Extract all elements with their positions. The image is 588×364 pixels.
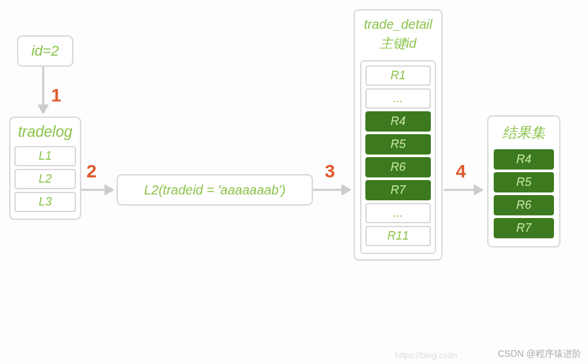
td-row-hl: R6 xyxy=(365,157,431,177)
trade-detail-box: trade_detail 主键id R1 ... R4 R5 R6 R7 ...… xyxy=(354,9,443,261)
svg-marker-3 xyxy=(105,185,114,195)
step-4-label: 4 xyxy=(456,161,466,182)
id-box: id=2 xyxy=(17,35,73,67)
td-row: ... xyxy=(365,88,431,109)
watermark-faint: https://blog.csdn xyxy=(395,350,457,360)
td-row-hl: R5 xyxy=(365,134,431,155)
step-2-label: 2 xyxy=(86,161,97,182)
step-3-label: 3 xyxy=(325,161,335,182)
result-row: R7 xyxy=(494,218,554,238)
tradelog-row: L2 xyxy=(14,169,76,189)
svg-marker-1 xyxy=(38,105,48,114)
tradelog-row: L1 xyxy=(14,146,76,166)
result-row: R4 xyxy=(494,149,554,170)
td-row-hl: R7 xyxy=(365,180,431,200)
td-row: R11 xyxy=(365,226,431,246)
result-row: R6 xyxy=(494,195,554,215)
result-row: R5 xyxy=(494,172,554,192)
arrow-2 xyxy=(81,182,117,198)
arrow-4 xyxy=(444,182,486,198)
trade-detail-title1: trade_detail xyxy=(360,16,436,33)
result-title: 结果集 xyxy=(494,122,554,144)
tradelog-box: tradelog L1 L2 L3 xyxy=(9,117,81,220)
trade-detail-title2: 主键id xyxy=(360,33,436,54)
tradelog-title: tradelog xyxy=(14,122,76,142)
id-text: id=2 xyxy=(31,43,59,60)
step-1-label: 1 xyxy=(51,85,62,106)
svg-marker-5 xyxy=(342,185,351,195)
td-row: R1 xyxy=(365,65,431,86)
arrow-3 xyxy=(313,182,354,198)
svg-marker-7 xyxy=(474,185,483,195)
td-row: ... xyxy=(365,203,431,223)
tradelog-row: L3 xyxy=(14,192,76,212)
watermark: CSDN @程序猿进阶 xyxy=(498,348,581,360)
result-box: 结果集 R4 R5 R6 R7 xyxy=(487,115,560,247)
mid-box: L2(tradeid = 'aaaaaaab') xyxy=(117,174,313,206)
mid-text: L2(tradeid = 'aaaaaaab') xyxy=(144,183,285,198)
td-row-hl: R4 xyxy=(365,111,431,132)
